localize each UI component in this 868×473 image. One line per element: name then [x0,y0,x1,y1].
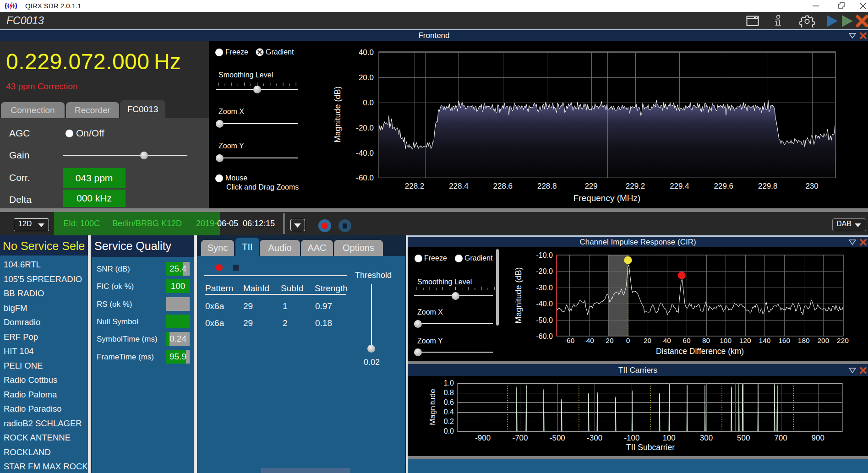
svg-text:40.0: 40.0 [359,48,374,57]
svg-text:-60.0: -60.0 [536,332,553,340]
svg-text:Magnitude: Magnitude [428,389,437,425]
svg-text:-40.0: -40.0 [356,149,374,158]
svg-text:0.6: 0.6 [444,398,454,406]
svg-text:228.2: 228.2 [405,182,425,190]
svg-text:40: 40 [663,337,671,344]
svg-text:0: 0 [626,337,630,344]
svg-text:0.2: 0.2 [444,418,454,425]
svg-text:228.6: 228.6 [493,182,513,190]
svg-text:Magnitude (dB): Magnitude (dB) [333,86,342,142]
svg-text:-40.0: -40.0 [536,300,553,308]
svg-text:-20.0: -20.0 [536,267,553,275]
svg-text:230: 230 [805,182,818,190]
svg-text:-20.0: -20.0 [356,124,374,132]
svg-text:700: 700 [774,434,787,442]
svg-text:228.8: 228.8 [537,182,557,190]
svg-text:100: 100 [662,434,675,442]
svg-text:228.4: 228.4 [449,182,469,190]
svg-text:Magnitude (dB): Magnitude (dB) [514,267,523,323]
svg-text:229.2: 229.2 [626,182,645,190]
svg-text:1.0: 1.0 [444,379,454,387]
svg-text:Distance Difference (km): Distance Difference (km) [656,347,744,356]
svg-text:180: 180 [798,337,810,344]
svg-text:-10.0: -10.0 [536,251,553,259]
svg-text:200: 200 [817,337,829,344]
svg-text:-30.0: -30.0 [536,284,553,292]
svg-text:20.0: 20.0 [359,73,374,82]
svg-text:229: 229 [584,182,597,190]
svg-text:0.0: 0.0 [444,427,454,435]
svg-text:-900: -900 [475,434,491,442]
svg-text:229.8: 229.8 [758,182,778,190]
svg-text:80: 80 [702,337,710,344]
svg-text:Frequency (MHz): Frequency (MHz) [573,193,641,203]
svg-text:-100: -100 [624,434,639,442]
svg-text:0.0: 0.0 [363,98,374,107]
svg-text:140: 140 [759,337,771,344]
svg-text:-700: -700 [512,434,528,442]
svg-text:300: 300 [700,434,713,442]
svg-text:0.8: 0.8 [444,389,454,397]
svg-text:900: 900 [812,434,824,442]
svg-text:0.4: 0.4 [444,408,454,416]
svg-text:-500: -500 [550,434,565,442]
svg-text:160: 160 [778,337,790,344]
svg-text:TII Subcarrier: TII Subcarrier [626,443,675,452]
svg-text:220: 220 [837,337,849,344]
svg-text:229.4: 229.4 [670,182,689,190]
svg-text:-60: -60 [564,337,575,344]
svg-text:-20: -20 [603,337,614,344]
svg-text:-60.0: -60.0 [356,174,374,182]
svg-text:100: 100 [720,337,732,344]
svg-text:229.6: 229.6 [714,182,734,190]
svg-text:20: 20 [644,337,652,344]
svg-text:-300: -300 [587,434,602,442]
svg-text:-40: -40 [584,337,594,344]
svg-text:60: 60 [682,337,691,344]
svg-text:-50.0: -50.0 [536,316,553,324]
svg-text:500: 500 [737,434,750,442]
svg-text:120: 120 [739,337,751,344]
